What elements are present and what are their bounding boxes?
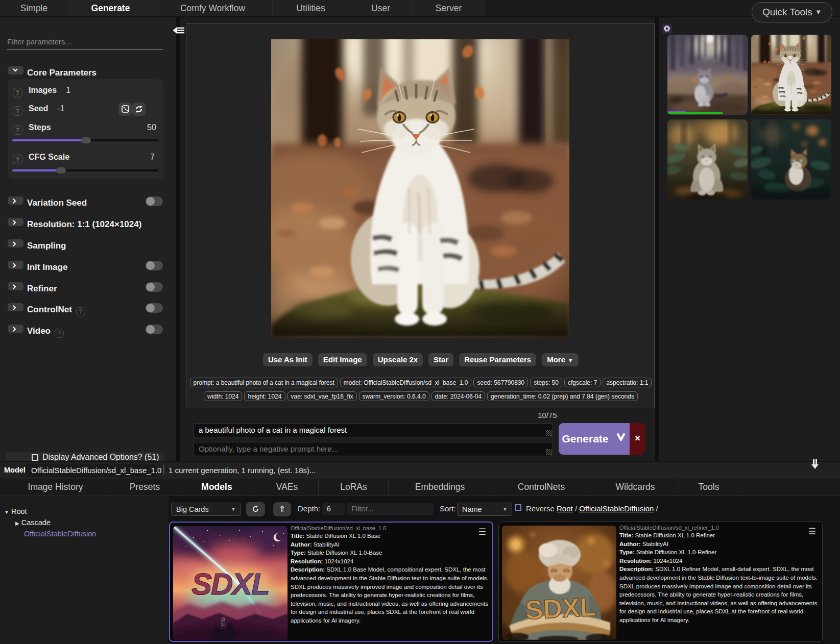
- svg-text:SDXL: SDXL: [191, 567, 269, 601]
- svg-text:SDXL: SDXL: [524, 591, 597, 625]
